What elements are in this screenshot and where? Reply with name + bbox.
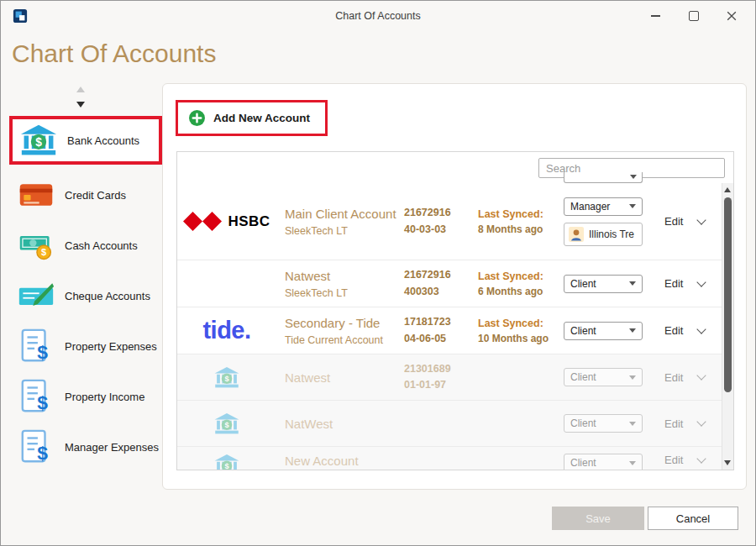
last-synced-cell: Last Synced: 6 Months ago [478, 270, 564, 297]
role-dropdown[interactable]: Client [564, 275, 643, 293]
edit-label: Edit [664, 371, 683, 384]
partial-row-dropdown[interactable] [564, 172, 643, 183]
tide-logo: tide. [202, 317, 250, 344]
last-synced-cell: Last Synced: 8 Months ago [478, 208, 564, 235]
edit-cell: Edit [658, 324, 722, 337]
account-logo-cell: $ [177, 366, 276, 389]
edit-button[interactable]: Edit [664, 324, 705, 337]
svg-text:$: $ [37, 391, 48, 413]
table-viewport: HSBC Main Client Account SleekTech LT 21… [177, 183, 722, 470]
svg-text:$: $ [224, 421, 229, 429]
account-name-cell: New Account [276, 454, 404, 468]
account-name-cell: Secondary - Tide Tide Current Account [276, 316, 404, 346]
save-button[interactable]: Save [552, 507, 644, 530]
app-window: Chart Of Accounts Chart Of Accounts [0, 0, 756, 546]
scrollbar-thumb[interactable] [724, 197, 732, 392]
edit-button[interactable]: Edit [664, 454, 705, 466]
sidebar-item-label: Cheque Accounts [65, 290, 150, 302]
bank-icon: $ [20, 123, 57, 158]
edit-label: Edit [664, 215, 683, 228]
edit-button[interactable]: Edit [664, 417, 705, 430]
sidebar-scroll-up-icon[interactable] [76, 87, 85, 92]
table-row: HSBC Main Client Account SleekTech LT 21… [177, 183, 722, 260]
chevron-down-icon [629, 281, 636, 286]
table-row: $ New Account Client [177, 447, 722, 470]
sidebar-item-label: Credit Cards [65, 189, 126, 202]
role-dropdown[interactable]: Client [564, 454, 643, 470]
last-synced-value: 6 Months ago [478, 286, 564, 297]
account-number-cell: 17181723 04-06-05 [404, 314, 478, 347]
window-controls [637, 1, 750, 31]
last-synced-label: Last Synced: [478, 318, 564, 329]
sidebar-item-label: Property Expenses [65, 340, 157, 353]
svg-text:$: $ [37, 341, 48, 363]
edit-button[interactable]: Edit [664, 277, 705, 290]
account-number: 21301689 [404, 361, 478, 377]
role-dropdown-value: Manager [570, 201, 610, 213]
role-dropdown[interactable]: Client [564, 322, 643, 340]
svg-text:$: $ [35, 136, 42, 149]
role-dropdown-value: Client [570, 278, 596, 290]
sidebar-item-cash-accounts[interactable]: $ Cash Accounts [11, 225, 162, 265]
account-logo-cell: $ [177, 454, 276, 470]
svg-text:$: $ [224, 375, 229, 383]
chevron-down-icon [630, 175, 637, 179]
scrollbar-down-icon[interactable] [724, 460, 731, 465]
cancel-button[interactable]: Cancel [648, 507, 738, 530]
sidebar-scroll-down-icon[interactable] [76, 102, 85, 108]
role-dropdown[interactable]: Manager [564, 197, 643, 216]
edit-cell: Edit [658, 371, 722, 384]
role-dropdown-value: Client [570, 417, 596, 429]
cash-icon: $ [18, 228, 55, 263]
account-number: 21672916 [404, 205, 478, 221]
edit-button[interactable]: Edit [664, 371, 705, 384]
sort-code: 400303 [404, 284, 478, 300]
last-synced-label: Last Synced: [478, 270, 564, 282]
account-logo-cell: tide. [177, 317, 276, 344]
close-button[interactable] [712, 1, 750, 31]
sidebar-item-bank-accounts[interactable]: $ Bank Accounts [13, 120, 158, 160]
chevron-down-icon [629, 422, 636, 426]
close-icon [727, 11, 737, 21]
chevron-down-icon [697, 324, 706, 333]
sort-code: 04-06-05 [404, 331, 478, 347]
sidebar-item-property-income[interactable]: $ Property Income [11, 376, 162, 417]
add-icon [188, 109, 206, 127]
sidebar-item-cheque-accounts[interactable]: Cheque Accounts [11, 276, 162, 316]
edit-button[interactable]: Edit [664, 215, 705, 228]
add-new-account-button[interactable]: Add New Account [180, 104, 323, 132]
scrollbar-up-icon[interactable] [724, 187, 731, 192]
role-cell: Manager Illinois Tre [564, 197, 658, 246]
bank-icon: $ [214, 366, 239, 389]
avatar [569, 227, 584, 242]
role-dropdown[interactable]: Client [564, 368, 643, 386]
chevron-down-icon [697, 215, 706, 224]
property-expenses-icon: $ [18, 328, 55, 364]
account-name: Main Client Account [285, 207, 404, 221]
assignee-picker[interactable]: Illinois Tre [564, 223, 643, 246]
sidebar-item-credit-cards[interactable]: Credit Cards [11, 175, 162, 215]
sidebar-item-manager-expenses[interactable]: $ Manager Expenses [11, 427, 162, 467]
role-cell: Client [564, 368, 658, 386]
table-header [177, 152, 733, 184]
sort-code: 40-03-03 [404, 222, 478, 238]
account-name: NatWest [285, 417, 404, 431]
chevron-down-icon [697, 370, 706, 380]
role-dropdown[interactable]: Client [564, 414, 643, 433]
minimize-button[interactable] [637, 1, 675, 31]
credit-card-icon [18, 177, 55, 213]
chevron-down-icon [697, 277, 706, 286]
account-name: Secondary - Tide [285, 316, 404, 330]
role-dropdown-value: Client [570, 371, 596, 383]
table-row: Natwest SleekTech LT 21672916 400303 Las… [177, 260, 722, 307]
last-synced-cell: Last Synced: 10 Months ago [478, 318, 564, 344]
bank-icon: $ [214, 454, 239, 470]
main-panel: Add New Account [162, 83, 747, 490]
table-scrollbar[interactable] [722, 183, 733, 470]
maximize-button[interactable] [675, 1, 712, 31]
sidebar-item-property-expenses[interactable]: $ Property Expenses [11, 326, 162, 366]
sort-code: 01-01-97 [404, 377, 478, 393]
edit-cell: Edit [658, 417, 722, 430]
titlebar: Chart Of Accounts [1, 1, 755, 31]
accounts-table: HSBC Main Client Account SleekTech LT 21… [176, 151, 734, 470]
